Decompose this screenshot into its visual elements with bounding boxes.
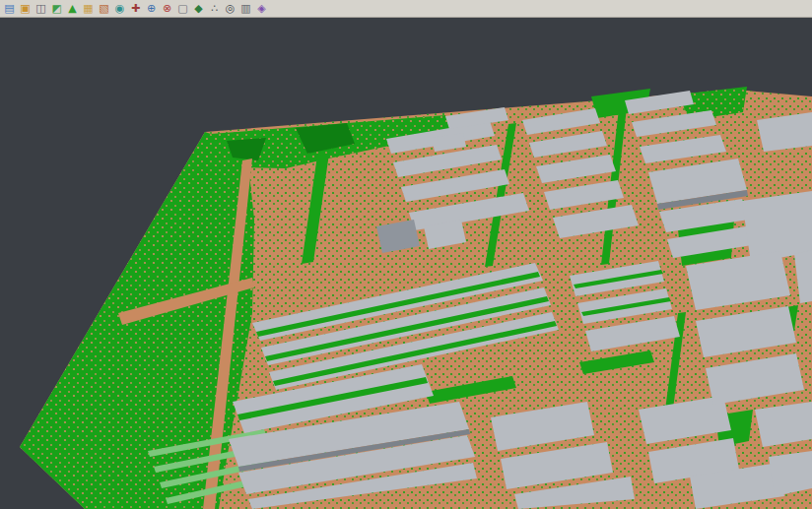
add-data-icon[interactable]: ⊕: [144, 2, 159, 16]
point-cloud-icon[interactable]: ∴: [207, 2, 222, 16]
main-toolbar: ▤▣◫◩▲▦▧◉✚⊕⊗▢◆∴◎▥◈: [0, 0, 812, 18]
classify-icon[interactable]: ◆: [191, 2, 206, 16]
crop-tool-icon[interactable]: ▢: [175, 2, 190, 16]
database-icon[interactable]: ▥: [238, 2, 253, 16]
save-icon[interactable]: ◫: [34, 2, 48, 16]
open-project-icon[interactable]: ▤: [2, 2, 17, 16]
building-n2: [769, 451, 812, 496]
scene-svg: [0, 18, 812, 509]
terrain-model-icon[interactable]: ▲: [65, 2, 80, 16]
building-n1: [755, 402, 812, 447]
profile-view-icon[interactable]: ◩: [49, 2, 64, 16]
viewport-3d[interactable]: [0, 18, 812, 509]
globe-view-icon[interactable]: ◉: [112, 2, 127, 16]
texture-icon[interactable]: ▧: [97, 2, 111, 16]
grid-icon[interactable]: ▦: [81, 2, 96, 16]
settings-icon[interactable]: ◈: [254, 2, 269, 16]
snapshot-icon[interactable]: ◎: [223, 2, 237, 16]
open-data-icon[interactable]: ▣: [18, 2, 33, 16]
remove-data-icon[interactable]: ⊗: [160, 2, 174, 16]
measure-icon[interactable]: ✚: [128, 2, 143, 16]
app-window: ▤▣◫◩▲▦▧◉✚⊕⊗▢◆∴◎▥◈: [0, 0, 812, 509]
classified-point-cloud: [20, 87, 812, 509]
